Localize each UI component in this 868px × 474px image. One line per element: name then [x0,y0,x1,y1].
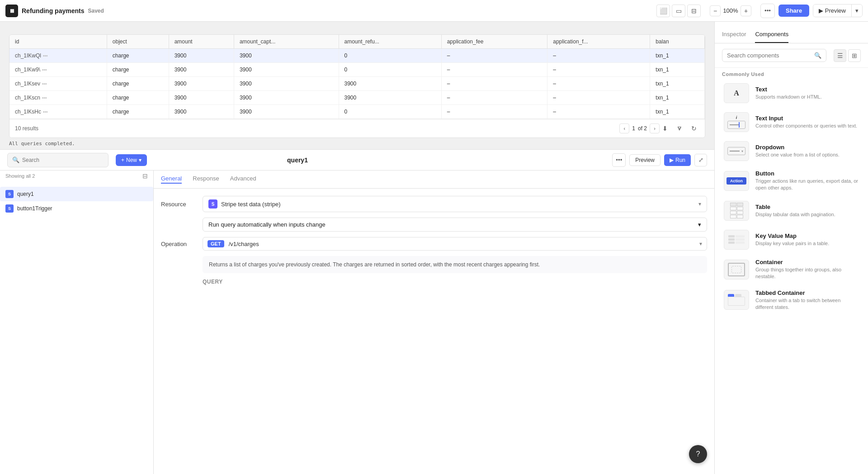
operation-description: Returns a list of charges you've previou… [203,256,707,273]
query-editor-actions: ••• Preview ▶ Run ⤢ [434,153,707,167]
query-item-name: button1Trigger [17,205,148,212]
query-list-item[interactable]: S query1 [0,187,153,201]
status-message: All queries completed. [9,141,75,147]
tab-components[interactable]: Components [755,31,788,43]
preview-dropdown-arrow[interactable]: ▾ [851,5,862,17]
download-button[interactable]: ⬇ [660,123,670,134]
cell-balan: txn_1 [650,91,705,105]
component-search-box[interactable]: 🔍 [722,49,826,62]
component-search-input[interactable] [727,52,811,59]
more-options-button[interactable]: ••• [760,4,775,18]
search-input[interactable] [22,157,104,163]
list-view-button[interactable]: ☰ [834,49,846,62]
zoom-out-button[interactable]: − [710,5,721,16]
tab-response[interactable]: Response [193,175,219,184]
component-name: Text [755,86,859,93]
grid-view-button[interactable]: ⊞ [848,49,861,62]
component-icon: i [724,112,749,132]
share-button[interactable]: Share [778,5,809,17]
cell-object: charge [107,49,169,63]
refresh-button[interactable]: ↻ [689,123,699,134]
help-button[interactable]: ? [689,445,707,463]
component-item[interactable]: Tabbed Container Container with a tab to… [720,285,863,316]
col-amount: amount [169,35,234,49]
saved-status: Saved [88,8,104,14]
right-panel: Inspector Components 🔍 ☰ ⊞ Commonly Used… [714,22,868,474]
component-item[interactable]: Table Display tabular data with paginati… [720,196,863,225]
cell-balan: txn_1 [650,49,705,63]
cell-app-f: – [547,77,650,91]
cell-amount: 3900 [169,63,234,77]
table-row[interactable]: ch_1IKscn••• charge 3900 3900 3900 – – t… [9,91,705,105]
component-item[interactable]: Container Group things together into gro… [720,254,863,285]
data-table: id object amount amount_capt... amount_r… [9,35,705,119]
tab-inspector[interactable]: Inspector [722,31,746,43]
tab-general[interactable]: General [161,175,182,184]
next-page-button[interactable]: › [650,123,660,133]
query-editor: General Response Advanced Resource S Str… [154,171,714,474]
operation-label: Operation [161,241,197,247]
zoom-in-button[interactable]: + [741,5,751,16]
component-item[interactable]: i Text Input Control other components or… [720,108,863,137]
auto-run-select[interactable]: Run query automatically when inputs chan… [203,218,707,232]
table-row[interactable]: ch_1IKsHc••• charge 3900 3900 0 – – txn_… [9,105,705,119]
preview-button[interactable]: ▶ Preview [813,5,851,17]
component-item[interactable]: Action Button Trigger actions like run q… [720,166,863,196]
query-preview-button[interactable]: Preview [629,154,660,166]
cell-id: ch_1IKscn••• [9,91,107,105]
preview-button-group: ▶ Preview ▾ [813,4,863,17]
query-section-label: QUERY [203,279,707,285]
cell-balan: txn_1 [650,77,705,91]
search-box[interactable]: 🔍 [7,153,108,167]
zoom-level-label: 100% [722,7,739,14]
resource-select[interactable]: S Stripe test data (stripe) ▾ [203,196,707,212]
filter-icon[interactable]: ⊟ [142,172,148,180]
cell-app-fee: – [441,49,547,63]
run-query-button[interactable]: ▶ Run [664,154,691,166]
results-count: 10 results [15,125,38,132]
table-row[interactable]: ch_1IKsev••• charge 3900 3900 3900 – – t… [9,77,705,91]
cell-amount-capt: 3900 [234,63,339,77]
queries-list: S query1 S button1Trigger [0,183,153,474]
cell-amount-capt: 3900 [234,49,339,63]
expand-button[interactable]: ⤢ [694,154,707,166]
run-icon: ▶ [670,157,674,163]
search-icon: 🔍 [12,156,19,163]
col-object: object [107,35,169,49]
data-table-container: id object amount amount_capt... amount_r… [9,34,705,138]
view-desktop-icon[interactable]: ⬜ [656,5,670,17]
component-item[interactable]: ▾ Dropdown Select one value from a list … [720,137,863,166]
tab-advanced[interactable]: Advanced [230,175,256,184]
filter-button[interactable]: ⛛ [674,123,685,134]
query-list-item[interactable]: S button1Trigger [0,201,153,216]
col-balan: balan [650,35,705,49]
right-panel-tabs: Inspector Components [715,22,868,43]
view-split-icon[interactable]: ⊟ [687,5,701,17]
query-content: Resource S Stripe test data (stripe) ▾ [154,189,714,474]
cell-amount-capt: 3900 [234,105,339,119]
logo-icon: ▦ [5,5,18,17]
table-row[interactable]: ch_1IKwQl••• charge 3900 3900 0 – – txn_… [9,49,705,63]
operation-select[interactable]: GET /v1/charges ▾ [203,237,707,251]
query-list-controls: 🔍 + New ▾ [7,153,161,167]
query-more-button[interactable]: ••• [612,153,626,167]
new-query-button[interactable]: + New ▾ [116,154,147,166]
component-desc: Trigger actions like run queries, export… [755,178,859,192]
table-row[interactable]: ch_1IKw9\••• charge 3900 3900 0 – – txn_… [9,63,705,77]
component-item[interactable]: A Text Supports markdown or HTML. [720,79,863,108]
component-icon: A [724,83,749,103]
get-badge: GET [208,240,224,247]
resource-name: Stripe test data (stripe) [221,201,698,208]
component-icon [724,260,749,280]
component-desc: Group things together into groups, also … [755,266,859,280]
cell-amount-capt: 3900 [234,77,339,91]
cell-amount-refu: 3900 [339,91,441,105]
view-toggle-group: ⬜ ▭ ⊟ [656,5,701,17]
component-item[interactable]: Key Value Map Display key value pairs in… [720,225,863,254]
col-application-fee: application_fee [441,35,547,49]
cell-amount-refu: 0 [339,105,441,119]
view-tablet-icon[interactable]: ▭ [672,5,685,17]
component-icon: ▾ [724,141,749,161]
page-current: 1 [632,125,635,132]
prev-page-button[interactable]: ‹ [619,123,629,133]
